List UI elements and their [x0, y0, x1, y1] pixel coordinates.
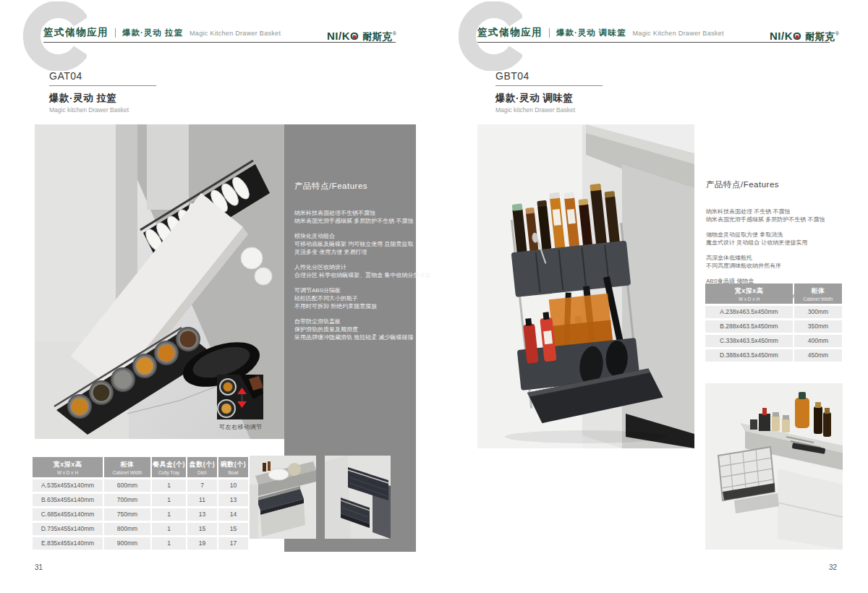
feature-line: 模块化灵动组合 — [294, 232, 407, 240]
table-header-cell: 柜体Cabinet Width — [104, 457, 150, 477]
table-cell: B.635x455x140mm — [33, 494, 103, 506]
product-title-cn: 爆款·灵动 调味篮 — [495, 92, 655, 105]
table-row: C.685x455x140mm750mm11314 — [33, 508, 250, 521]
feature-group: 自带防尘滑轨盖板保护滑轨的质量及顺滑度采用品牌缓冲隐藏滑轨 推拉轻柔 减少碗碟碰… — [294, 317, 407, 341]
brand-logo-left: NI/KO 耐斯克 ® — [327, 30, 396, 43]
features-title: 产品特点/Features — [294, 181, 407, 192]
table-header-row: 宽x深x高W x D x H柜体Cabinet Width — [705, 283, 843, 304]
logo-red-dot-icon — [796, 35, 799, 38]
product-code: GAT04 — [49, 70, 208, 82]
table-cell: D.735x455x140mm — [33, 523, 103, 535]
table-cell: 600mm — [104, 479, 150, 492]
main-product-photo-right — [477, 124, 694, 448]
table-cell: 19 — [187, 537, 217, 550]
table-cell: 350mm — [794, 320, 842, 333]
table-cell: 1 — [152, 523, 186, 535]
feature-line: 纳米科技表面处理 不生锈 不腐蚀 — [706, 208, 851, 216]
table-cell: 750mm — [104, 508, 150, 521]
table-row: C.338x463.5x450mm400mm — [705, 335, 843, 347]
table-cell: 14 — [218, 508, 248, 521]
table-header-cell: 餐具盒(个)Cutly Tray — [152, 457, 186, 477]
thumb-photo-left-1 — [250, 456, 316, 539]
feature-line: 纳米科技表面处理不生锈不腐蚀 — [294, 209, 407, 217]
table-cell: B.288x463.5x450mm — [705, 320, 793, 333]
table-header-cell: 碗数(个)Bowl — [218, 457, 248, 477]
feature-line: 保护滑轨的质量及顺滑度 — [294, 325, 407, 333]
product-block-left: GAT04 爆款·灵动 拉篮 Magic kitchen Drawer Bask… — [49, 70, 208, 114]
brand-logo-text: NI/K — [327, 30, 350, 42]
table-row: B.288x463.5x450mm350mm — [705, 320, 843, 333]
table-cell: 1 — [152, 479, 186, 492]
brand-logo-o: O — [793, 30, 801, 42]
feature-line: 合理分区 科学收纳碗碟架、置物盒 集中收纳分类存放 — [294, 271, 407, 279]
table-row: E.835x455x140mm900mm11917 — [33, 537, 250, 550]
page-number-left: 31 — [35, 563, 43, 571]
table-header-cell: 宽x深x高W x D x H — [705, 283, 793, 304]
feature-line: 采用品牌缓冲隐藏滑轨 推拉轻柔 减少碗碟碰撞 — [294, 333, 407, 341]
table-header-cell: 宽x深x高W x D x H — [33, 457, 103, 477]
feature-line: 储物盒灵动提取方便 拿取清洗 — [706, 231, 851, 239]
feature-line: 人性化分区收纳设计 — [294, 263, 407, 271]
brand-logo-cn: 耐斯克 — [805, 30, 835, 43]
header-divider — [115, 28, 116, 38]
brand-logo-cn: 耐斯克 — [362, 30, 392, 43]
table-cell: 7 — [187, 479, 217, 492]
feature-line: 可移动底板及碗碟架 均可独立使用 且随意提取 — [294, 240, 407, 248]
feature-group: 纳米科技表面处理 不生锈 不腐蚀纳米表面光滑手感细腻 多层防护不生锈 不腐蚀 — [706, 208, 851, 223]
header-category: 篮式储物应用 — [43, 26, 109, 39]
table-cell: A.238x463.5x450mm — [705, 306, 793, 318]
table-cell: 700mm — [104, 494, 150, 506]
feature-group: 模块化灵动组合可移动底板及碗碟架 均可独立使用 且随意提取灵活多变 使用方便 更… — [294, 232, 407, 256]
table-cell: 15 — [187, 523, 217, 535]
table-header-cell: 盘数(个)Dish — [187, 457, 217, 477]
features-list: 纳米科技表面处理不生锈不腐蚀纳米表面光滑手感细腻 多层防护不生锈 不腐蚀模块化灵… — [294, 209, 407, 341]
feature-line: 可调节ABS分隔板 — [294, 286, 407, 294]
table-cell: 17 — [218, 537, 248, 550]
table-cell: 1 — [152, 494, 186, 506]
header-subtitle-en: Magic Kitchen Drawer Basket — [633, 30, 724, 37]
table-row: D.735x455x140mm800mm11515 — [33, 523, 250, 535]
spec-table-left: 宽x深x高W x D x H柜体Cabinet Width餐具盒(个)Cutly… — [33, 457, 250, 552]
table-cell: 900mm — [104, 537, 150, 550]
feature-line: 自带防尘滑轨盖板 — [294, 317, 407, 325]
feature-group: 纳米科技表面处理不生锈不腐蚀纳米表面光滑手感细腻 多层防护不生锈 不腐蚀 — [294, 209, 407, 225]
table-cell: 800mm — [104, 523, 150, 535]
detail-caption: 可左右移动调节 — [219, 423, 263, 431]
header-divider — [549, 28, 550, 38]
table-cell: A.535x455x140mm — [33, 479, 103, 492]
product-title-en: Magic kitchen Drawer Basket — [495, 106, 655, 114]
feature-group: 储物盒灵动提取方便 拿取清洗魔盒式设计 灵动组合 让收纳更便捷实用 — [706, 231, 851, 247]
table-cell: 13 — [187, 508, 217, 521]
feature-line: 高深盒体低矮瓶托 — [706, 254, 851, 262]
features-title: 产品特点/Features — [706, 179, 851, 190]
product-rule — [49, 85, 156, 86]
feature-line: 轻松匹配不同大小的瓶子 — [294, 294, 407, 302]
table-header-cell: 柜体Cabinet Width — [794, 283, 842, 304]
table-cell: 11 — [187, 494, 217, 506]
table-header-row: 宽x深x高W x D x H柜体Cabinet Width餐具盒(个)Cutly… — [33, 457, 250, 477]
brand-logo-text: NI/K — [770, 30, 793, 42]
feature-line: 不同高度调味瓶收纳井然有序 — [706, 262, 851, 270]
feature-line: 纳米表面光滑手感细腻 多层防护不生锈 不腐蚀 — [294, 217, 407, 225]
product-block-right: GBT04 爆款·灵动 调味篮 Magic kitchen Drawer Bas… — [495, 70, 655, 114]
table-row: B.635x455x140mm700mm11113 — [33, 494, 250, 506]
product-rule — [495, 85, 603, 86]
table-cell: 1 — [152, 508, 186, 521]
table-cell: 450mm — [794, 349, 842, 362]
feature-line: 灵活多变 使用方便 更易打理 — [294, 248, 407, 256]
product-code: GBT04 — [495, 70, 655, 82]
page-header-right: 篮式储物应用 爆款·灵动 调味篮 Magic Kitchen Drawer Ba… — [477, 26, 724, 39]
thumb-photo-right — [705, 383, 843, 550]
feature-line: 纳米表面光滑手感细腻 多层防护不生锈 不腐蚀 — [706, 216, 851, 223]
spec-table-right: 宽x深x高W x D x H柜体Cabinet WidthA.238x463.5… — [705, 283, 843, 364]
table-cell: 400mm — [794, 335, 842, 347]
detail-inset-photo — [217, 375, 263, 419]
feature-group: 高深盒体低矮瓶托不同高度调味瓶收纳井然有序 — [706, 254, 851, 270]
catalog-spread: 篮式储物应用 爆款·灵动 拉篮 Magic Kitchen Drawer Bas… — [0, 0, 868, 593]
table-cell: C.338x463.5x450mm — [705, 335, 793, 347]
thumb-photo-left-2 — [325, 456, 391, 539]
feature-group: 可调节ABS分隔板轻松匹配不同大小的瓶子不用时可拆卸 拒绝约束随意摆放 — [294, 286, 407, 310]
registered-mark: ® — [835, 31, 839, 36]
feature-line: 魔盒式设计 灵动组合 让收纳更便捷实用 — [706, 239, 851, 247]
feature-group: 人性化分区收纳设计合理分区 科学收纳碗碟架、置物盒 集中收纳分类存放 — [294, 263, 407, 279]
